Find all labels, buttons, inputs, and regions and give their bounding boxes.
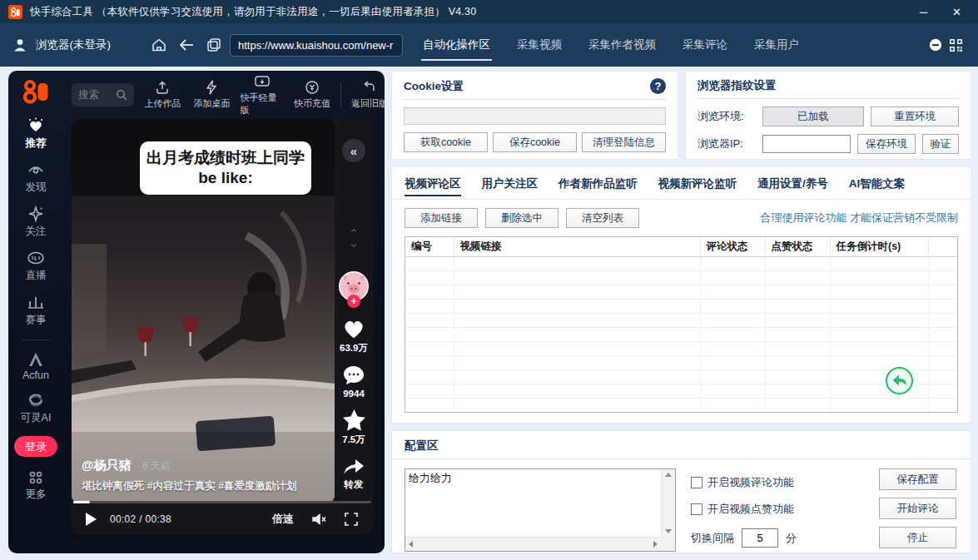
table-cell	[405, 327, 454, 341]
minus-circle-icon[interactable]	[929, 38, 942, 52]
caption-line1: 出月考成绩时班上同学	[143, 148, 308, 168]
play-button[interactable]	[86, 513, 97, 526]
vertical-scrollbar[interactable]	[661, 469, 675, 537]
video-description[interactable]: 堪比钟离假死 #内容过于真实 #喜爱度激励计划	[82, 479, 326, 493]
table-row[interactable]	[405, 369, 957, 384]
home-icon[interactable]	[150, 36, 168, 54]
save-config-button[interactable]: 保存配置	[879, 468, 956, 490]
start-comment-button[interactable]: 开始评论	[879, 498, 956, 519]
login-button[interactable]: 登录	[14, 436, 57, 457]
tab-video-comment[interactable]: 视频评论区	[405, 176, 461, 199]
enable-comment-checkbox[interactable]	[691, 477, 702, 488]
cookie-input[interactable]	[404, 107, 666, 125]
qr-code-icon[interactable]	[949, 38, 963, 52]
scroll-right-icon[interactable]	[653, 541, 658, 548]
horizontal-scrollbar[interactable]	[405, 537, 661, 551]
help-icon[interactable]: ?	[650, 78, 666, 94]
table-row[interactable]	[405, 355, 957, 369]
sidebar-item-acfun[interactable]: Acfun	[22, 352, 49, 381]
scroll-left-icon[interactable]	[409, 541, 413, 548]
clear-login-button[interactable]: 清理登陆信息	[582, 132, 666, 152]
tab-collect-user[interactable]: 采集用户	[754, 23, 799, 67]
table-row[interactable]	[405, 398, 957, 412]
table-row[interactable]	[405, 341, 957, 355]
sidebar-item-live[interactable]: 直播	[26, 250, 47, 283]
get-cookie-button[interactable]: 获取cookie	[404, 132, 488, 152]
tab-general-settings[interactable]: 通用设置/养号	[757, 176, 828, 199]
browser-ip-input[interactable]	[762, 135, 851, 153]
fullscreen-icon[interactable]	[344, 512, 359, 527]
sidebar-item-esports[interactable]: 赛事	[26, 294, 47, 327]
sidebar-label: Acfun	[22, 369, 49, 381]
delete-selected-button[interactable]: 删除选中	[485, 208, 559, 228]
sidebar-label: 关注	[26, 225, 47, 239]
coin-recharge-button[interactable]: 快币充值	[291, 80, 333, 110]
sidebar-item-discover[interactable]: 发现	[26, 161, 47, 195]
reset-env-button[interactable]: 重置环境	[871, 107, 959, 126]
table-cell	[765, 327, 830, 341]
add-desktop-button[interactable]: 添加桌面	[191, 80, 232, 110]
upload-work-button[interactable]: 上传作品	[141, 80, 183, 110]
table-row[interactable]	[405, 299, 957, 313]
share-stat[interactable]: 转发	[342, 456, 365, 491]
mute-icon[interactable]	[310, 512, 327, 527]
stop-button[interactable]: 停止	[879, 527, 956, 548]
table-row[interactable]	[405, 313, 957, 327]
sidebar-item-more[interactable]: 更多	[26, 470, 47, 502]
interval-input[interactable]	[742, 528, 778, 548]
enable-comment-label: 开启视频评论功能	[707, 475, 794, 490]
playback-speed-button[interactable]: 倍速	[272, 512, 294, 527]
tab-author-new-work-monitor[interactable]: 作者新作品监听	[559, 176, 638, 199]
window-titlebar: 快手综合工具 （本软件仅供学习交流使用，请勿用于非法用途，一切后果由使用者承担）…	[0, 0, 978, 23]
table-row[interactable]	[405, 285, 957, 299]
green-return-button[interactable]	[886, 367, 913, 394]
sidebar-item-recommend[interactable]: 推荐	[26, 117, 47, 151]
enable-like-checkbox-row[interactable]: 开启视频点赞功能	[691, 502, 797, 517]
url-field[interactable]: https://www.kuaishou.com/new-r	[230, 34, 403, 57]
save-cookie-button[interactable]: 保存cookie	[493, 132, 577, 152]
back-icon[interactable]	[177, 36, 196, 54]
kuaishou-logo-icon[interactable]	[22, 79, 50, 104]
previous-video-icon[interactable]	[346, 229, 361, 232]
table-row[interactable]	[405, 256, 957, 270]
minimize-button[interactable]: ─	[920, 7, 927, 17]
tab-user-follow[interactable]: 用户关注区	[482, 176, 539, 199]
follow-plus-badge[interactable]: +	[347, 295, 360, 308]
verify-button[interactable]: 验证	[922, 134, 959, 154]
profile-status[interactable]: 浏览器(未登录)	[12, 37, 137, 53]
kuaishou-player-panel: 推荐 发现 关注 直播 赛事 Acfun 可灵AI 登录 更	[8, 71, 385, 553]
tab-automation[interactable]: 自动化操作区	[423, 23, 490, 67]
tab-video-new-comment-monitor[interactable]: 视频新评论监听	[658, 176, 737, 199]
tab-collect-comment[interactable]: 采集评论	[683, 23, 727, 67]
sidebar-item-follow[interactable]: 关注	[26, 206, 47, 239]
clear-list-button[interactable]: 清空列表	[566, 208, 639, 228]
enable-comment-checkbox-row[interactable]: 开启视频评论功能	[691, 475, 797, 490]
enable-like-checkbox[interactable]	[691, 503, 702, 515]
add-link-button[interactable]: 添加链接	[405, 208, 478, 228]
author-avatar[interactable]: +	[338, 270, 370, 302]
table-row[interactable]	[405, 327, 957, 341]
sidebar-item-keling-ai[interactable]: 可灵AI	[21, 392, 52, 425]
table-cell	[830, 384, 928, 398]
scroll-up-icon[interactable]	[665, 473, 672, 477]
close-button[interactable]: ✕	[952, 7, 961, 17]
table-row[interactable]	[405, 384, 957, 398]
scroll-down-icon[interactable]	[665, 529, 672, 533]
save-env-button[interactable]: 保存环境	[857, 134, 916, 154]
tab-collect-video[interactable]: 采集视频	[517, 23, 562, 67]
comment-textarea[interactable]: 给力给力	[405, 469, 661, 537]
tab-ai-copywriting[interactable]: AI智能文案	[849, 176, 906, 199]
tab-collect-author-video[interactable]: 采集作者视频	[588, 23, 656, 67]
video-meta: @杨只猪· 6 天前 堪比钟离假死 #内容过于真实 #喜爱度激励计划	[82, 458, 326, 493]
copy-pages-icon[interactable]	[205, 36, 223, 54]
lite-version-button[interactable]: 快手轻量版	[240, 74, 284, 116]
search-input[interactable]: 搜索	[72, 83, 134, 107]
table-cell	[700, 369, 765, 384]
comment-stat[interactable]: 9944	[342, 364, 365, 399]
back-old-version-button[interactable]: 返回旧版	[349, 80, 385, 110]
star-stat[interactable]: 7.5万	[342, 409, 366, 446]
like-stat[interactable]: 63.9万	[340, 317, 368, 354]
author-name[interactable]: @杨只猪	[82, 458, 132, 472]
table-row[interactable]	[405, 270, 957, 285]
next-video-icon[interactable]	[346, 244, 361, 247]
